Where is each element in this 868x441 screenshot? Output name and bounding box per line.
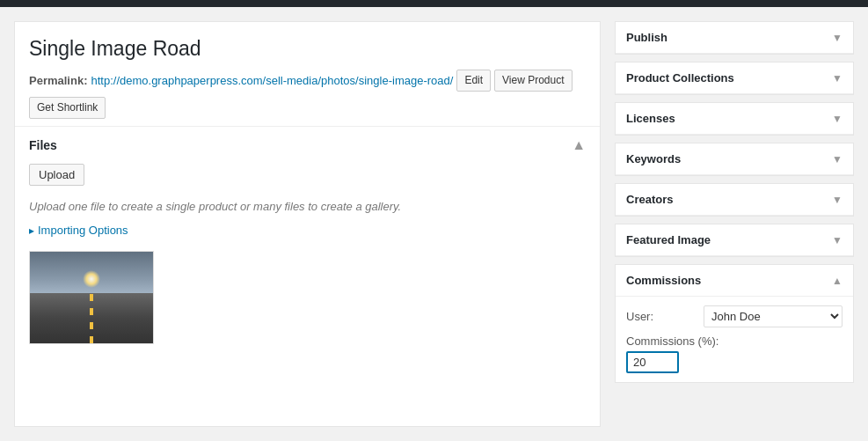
product-collections-chevron-icon: ▼ (832, 72, 842, 85)
publish-metabox: Publish ▼ (615, 21, 854, 55)
commissions-percent-label: Commissions (%): (626, 334, 842, 348)
upload-hint: Upload one file to create a single produ… (29, 200, 586, 213)
upload-button[interactable]: Upload (29, 164, 84, 186)
licenses-chevron-icon: ▼ (832, 113, 842, 125)
creators-metabox: Creators ▼ (615, 183, 854, 217)
permalink-label: Permalink: (29, 74, 87, 87)
keywords-metabox: Keywords ▼ (615, 143, 854, 176)
keywords-title: Keywords (626, 152, 681, 165)
commissions-content: User: John Doe Commissions (%): (616, 297, 853, 382)
product-collections-header[interactable]: Product Collections ▼ (616, 62, 853, 94)
image-thumbnail (29, 251, 154, 344)
licenses-title: Licenses (626, 112, 675, 125)
commissions-header[interactable]: Commissions ▲ (616, 265, 853, 297)
edit-button[interactable]: Edit (456, 70, 491, 92)
files-section: Files ▲ Upload Upload one file to create… (15, 127, 600, 355)
featured-image-title: Featured Image (626, 233, 711, 246)
commissions-percent-input[interactable] (626, 351, 679, 373)
licenses-header[interactable]: Licenses ▼ (616, 103, 853, 135)
user-label: User: (626, 310, 697, 323)
files-header: Files ▲ (29, 137, 586, 153)
user-field-row: User: John Doe (626, 305, 842, 327)
importing-bullet: ▸ (29, 224, 34, 237)
right-panel: Publish ▼ Product Collections ▼ Licenses… (615, 21, 854, 427)
product-collections-metabox: Product Collections ▼ (615, 62, 854, 95)
collapse-icon[interactable]: ▲ (572, 137, 586, 153)
featured-image-header[interactable]: Featured Image ▼ (616, 224, 853, 256)
keywords-header[interactable]: Keywords ▼ (616, 143, 853, 175)
keywords-chevron-icon: ▼ (832, 153, 842, 165)
top-bar (0, 0, 868, 7)
importing-options-row: ▸ Importing Options (29, 224, 586, 237)
files-title: Files (29, 138, 57, 152)
sun-glow (83, 270, 100, 288)
licenses-metabox: Licenses ▼ (615, 102, 854, 136)
permalink-row: Permalink: http://demo.graphpaperpress.c… (29, 70, 586, 92)
left-panel: Single Image Road Permalink: http://demo… (14, 21, 601, 427)
featured-image-chevron-icon: ▼ (832, 234, 842, 246)
main-container: Single Image Road Permalink: http://demo… (0, 7, 868, 441)
get-shortlink-button[interactable]: Get Shortlink (29, 97, 106, 119)
publish-title: Publish (626, 31, 667, 44)
creators-title: Creators (626, 193, 673, 206)
user-select[interactable]: John Doe (704, 305, 842, 327)
creators-header[interactable]: Creators ▼ (616, 184, 853, 216)
publish-header[interactable]: Publish ▼ (616, 22, 853, 54)
page-title: Single Image Road (29, 36, 586, 62)
road-lines (90, 293, 93, 343)
commissions-metabox: Commissions ▲ User: John Doe Commissions… (615, 264, 854, 383)
view-product-button[interactable]: View Product (494, 70, 572, 92)
commissions-percent-row: Commissions (%): (626, 334, 842, 373)
product-collections-title: Product Collections (626, 71, 734, 85)
creators-chevron-icon: ▼ (832, 194, 842, 206)
importing-options-link[interactable]: Importing Options (38, 224, 128, 237)
publish-chevron-icon: ▼ (832, 32, 842, 44)
page-title-area: Single Image Road Permalink: http://demo… (15, 22, 600, 127)
featured-image-metabox: Featured Image ▼ (615, 224, 854, 257)
permalink-url[interactable]: http://demo.graphpaperpress.com/sell-med… (91, 74, 453, 87)
commissions-title: Commissions (626, 274, 701, 287)
commissions-chevron-icon: ▲ (832, 275, 842, 287)
